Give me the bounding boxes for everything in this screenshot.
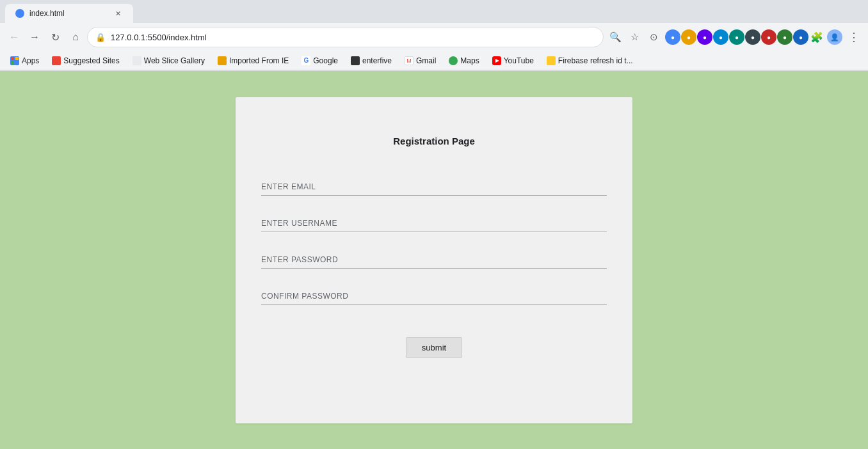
ext-icon-6[interactable]: ● [745, 29, 760, 45]
navigation-bar: ← → ↻ ⌂ 🔒 127.0.0.1:5500/index.html 🔍 ☆ … [0, 23, 868, 51]
username-field-group [261, 215, 607, 232]
ext-icon-4[interactable]: ● [713, 29, 728, 45]
search-icon-button[interactable]: 🔍 [606, 28, 624, 46]
home-button[interactable]: ⌂ [67, 28, 84, 46]
ext-icon-3[interactable]: ● [697, 29, 712, 45]
extension-icons: ● ● ● ● ● ● ● ● ● 🧩 [665, 29, 824, 45]
profile-image: 👤 [830, 33, 839, 42]
ext-icon-2[interactable]: ● [681, 29, 696, 45]
enterfive-favicon-icon [351, 56, 360, 65]
address-bar[interactable]: 🔒 127.0.0.1:5500/index.html [87, 27, 604, 47]
forward-button[interactable]: → [26, 28, 44, 46]
submit-button[interactable]: submit [406, 337, 462, 358]
bookmark-maps[interactable]: Maps [444, 54, 484, 67]
ext-icon-7[interactable]: ● [761, 29, 776, 45]
youtube-favicon-icon [492, 56, 501, 65]
bookmark-imported-label: Imported From IE [229, 56, 289, 65]
imported-favicon-icon [218, 56, 227, 65]
bookmark-icon-button[interactable]: ☆ [625, 28, 643, 46]
maps-favicon-icon [449, 56, 458, 65]
bookmark-maps-label: Maps [460, 56, 479, 65]
nav-icons: 🔍 ☆ ⊙ [606, 28, 663, 46]
password-field-group [261, 251, 607, 269]
back-button[interactable]: ← [5, 28, 23, 46]
apps-favicon-icon [10, 56, 19, 65]
tab-bar: index.html ✕ [0, 0, 868, 23]
bookmark-web-slice-gallery[interactable]: Web Slice Gallery [127, 54, 210, 67]
email-input[interactable] [261, 178, 607, 196]
ext-icon-9[interactable]: ● [793, 29, 808, 45]
gmail-favicon-icon: M [405, 56, 414, 65]
page-background: Registration Page submit [0, 71, 868, 449]
svg-rect-1 [15, 57, 19, 60]
ext-icon-1[interactable]: ● [665, 29, 680, 45]
svg-rect-2 [11, 61, 14, 65]
profile-icon[interactable]: 👤 [827, 29, 842, 45]
screenshot-icon-button[interactable]: ⊙ [645, 28, 663, 46]
bookmark-firebase[interactable]: Firebase refresh id t... [542, 54, 638, 67]
bookmark-enterfive-label: enterfive [362, 56, 392, 65]
bookmark-google[interactable]: G Google [296, 54, 343, 67]
bookmark-apps-label: Apps [22, 56, 39, 65]
confirm-password-input[interactable] [261, 288, 607, 305]
web-slice-favicon-icon [133, 56, 141, 65]
bookmark-gmail[interactable]: M Gmail [399, 54, 441, 67]
bookmark-youtube[interactable]: YouTube [487, 54, 539, 67]
tab-title: index.html [29, 9, 65, 18]
google-favicon-icon: G [301, 56, 310, 65]
username-input[interactable] [261, 215, 607, 232]
bookmark-web-slice-label: Web Slice Gallery [144, 56, 205, 65]
bookmark-suggested-sites-label: Suggested Sites [63, 56, 119, 65]
bookmark-firebase-label: Firebase refresh id t... [558, 56, 633, 65]
svg-marker-4 [495, 59, 499, 63]
reload-button[interactable]: ↻ [46, 28, 64, 46]
firebase-favicon-icon [547, 56, 556, 65]
browser-chrome: index.html ✕ ← → ↻ ⌂ 🔒 127.0.0.1:5500/in… [0, 0, 868, 71]
tab-close-button[interactable]: ✕ [113, 8, 123, 19]
registration-title: Registration Page [393, 136, 475, 146]
confirm-password-field-group [261, 288, 607, 305]
ext-icon-5[interactable]: ● [729, 29, 744, 45]
registration-card: Registration Page submit [236, 97, 632, 423]
suggested-sites-favicon-icon [52, 56, 61, 65]
lock-icon: 🔒 [95, 33, 106, 42]
bookmark-youtube-label: YouTube [504, 56, 534, 65]
bookmark-imported-from-ie[interactable]: Imported From IE [213, 54, 294, 67]
svg-rect-3 [15, 61, 19, 65]
bookmark-apps[interactable]: Apps [5, 54, 44, 67]
bookmarks-bar: Apps Suggested Sites Web Slice Gallery I… [0, 51, 868, 70]
email-field-group [261, 178, 607, 196]
password-input[interactable] [261, 251, 607, 269]
menu-button[interactable]: ⋮ [845, 28, 863, 46]
bookmark-enterfive[interactable]: enterfive [346, 54, 397, 67]
bookmark-suggested-sites[interactable]: Suggested Sites [47, 54, 124, 67]
ext-icon-puzzle[interactable]: 🧩 [809, 29, 824, 45]
ext-icon-8[interactable]: ● [777, 29, 792, 45]
svg-rect-0 [11, 57, 14, 60]
bookmark-google-label: Google [313, 56, 338, 65]
url-text: 127.0.0.1:5500/index.html [111, 33, 595, 42]
bookmark-gmail-label: Gmail [416, 56, 436, 65]
active-tab[interactable]: index.html ✕ [5, 4, 133, 23]
tab-favicon [15, 9, 24, 18]
